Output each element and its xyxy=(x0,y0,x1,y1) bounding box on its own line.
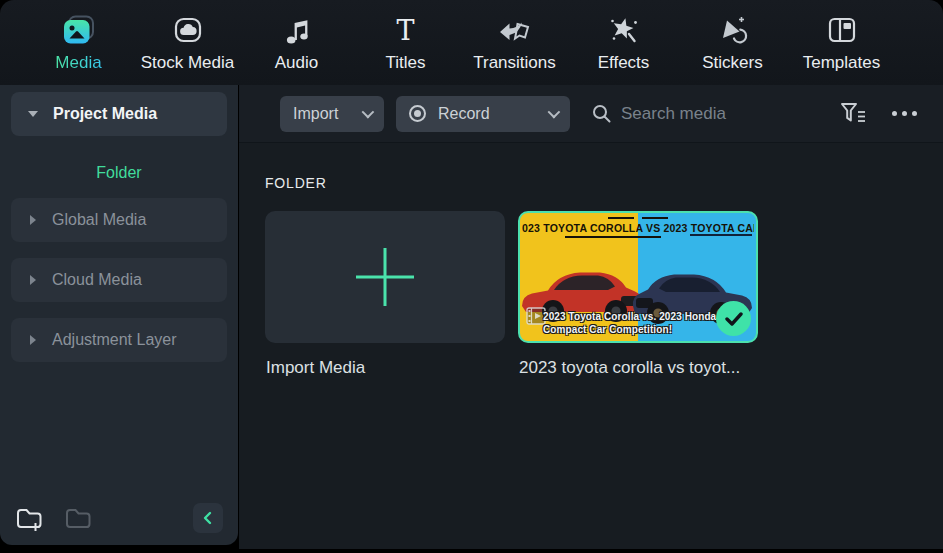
record-dropdown[interactable]: Record xyxy=(396,96,570,132)
import-media-button[interactable] xyxy=(265,211,505,343)
filmora-media-window: Media Stock Media Audio T xyxy=(0,0,943,553)
templates-icon xyxy=(827,13,857,47)
tab-titles-label: Titles xyxy=(386,54,426,71)
chevron-right-icon xyxy=(30,215,36,225)
chevron-right-icon xyxy=(30,275,36,285)
audio-icon xyxy=(284,13,310,47)
media-sidebar: Project Media Folder Global Media Cloud … xyxy=(0,85,238,545)
sidebar-item-adjustment-layer[interactable]: Adjustment Layer xyxy=(11,318,227,362)
stock-media-icon xyxy=(173,13,203,47)
sidebar-footer xyxy=(0,503,238,533)
tab-media-label: Media xyxy=(55,54,101,71)
project-media-dropdown[interactable]: Project Media xyxy=(11,92,227,136)
video-thumbnail[interactable]: 023 TOYOTA COROLLA VS 2023 TOYOTA CAMR xyxy=(518,211,758,343)
transitions-icon xyxy=(498,13,532,47)
import-media-label: Import Media xyxy=(265,358,505,378)
media-panel: Import Record xyxy=(239,85,943,549)
section-label-folder: FOLDER xyxy=(265,175,943,191)
plus-icon xyxy=(356,248,414,306)
chevron-left-icon xyxy=(200,510,216,526)
delete-folder-icon[interactable] xyxy=(64,505,92,532)
tab-stickers[interactable]: Stickers xyxy=(678,0,787,85)
chevron-down-icon xyxy=(362,106,375,119)
sidebar-item-folder[interactable]: Folder xyxy=(0,164,238,182)
titles-icon: T xyxy=(396,13,414,47)
search-input[interactable] xyxy=(621,104,786,124)
search-icon xyxy=(592,104,611,123)
video-title: 2023 toyota corolla vs toyot... xyxy=(518,358,758,378)
sidebar-item-cloud-media[interactable]: Cloud Media xyxy=(11,258,227,302)
tab-media[interactable]: Media xyxy=(24,0,133,85)
sidebar-item-global-media[interactable]: Global Media xyxy=(11,198,227,242)
tab-stock-media[interactable]: Stock Media xyxy=(133,0,242,85)
filter-icon[interactable] xyxy=(839,101,866,126)
tab-audio[interactable]: Audio xyxy=(242,0,351,85)
chevron-down-icon xyxy=(548,106,561,119)
chevron-right-icon xyxy=(30,335,36,345)
record-icon xyxy=(409,105,426,122)
search-field xyxy=(592,104,786,124)
project-media-label: Project Media xyxy=(53,105,157,123)
toolbar-right xyxy=(839,101,917,126)
thumbnail-caption: 2023 Toyota Corolla vs. 2023 Honda Civic… xyxy=(527,311,747,336)
tab-effects[interactable]: Effects xyxy=(569,0,678,85)
media-icon xyxy=(62,13,95,47)
effects-icon xyxy=(608,13,640,47)
media-grid: Import Media 023 TOYOTA COROLLA VS 2023 … xyxy=(265,211,943,378)
record-label: Record xyxy=(438,105,490,123)
video-clip-item: 023 TOYOTA COROLLA VS 2023 TOYOTA CAMR xyxy=(518,211,758,378)
add-folder-icon[interactable] xyxy=(15,505,43,532)
tab-stickers-label: Stickers xyxy=(702,54,762,71)
more-options-icon[interactable] xyxy=(892,107,917,120)
collapse-sidebar-button[interactable] xyxy=(193,503,223,533)
tab-titles[interactable]: T Titles xyxy=(351,0,460,85)
media-toolbar: Import Record xyxy=(239,85,943,143)
tab-templates-label: Templates xyxy=(803,54,880,71)
tab-audio-label: Audio xyxy=(275,54,318,71)
tab-templates[interactable]: Templates xyxy=(787,0,896,85)
import-dropdown[interactable]: Import xyxy=(280,96,384,132)
tab-stock-media-label: Stock Media xyxy=(141,54,235,71)
chevron-down-icon xyxy=(28,111,38,117)
tab-effects-label: Effects xyxy=(598,54,650,71)
import-media-item: Import Media xyxy=(265,211,505,378)
tab-transitions[interactable]: Transitions xyxy=(460,0,569,85)
top-navigation: Media Stock Media Audio T xyxy=(0,0,943,85)
import-label: Import xyxy=(293,105,338,123)
in-timeline-check-icon xyxy=(716,301,751,336)
stickers-icon xyxy=(717,13,749,47)
tab-transitions-label: Transitions xyxy=(473,54,556,71)
